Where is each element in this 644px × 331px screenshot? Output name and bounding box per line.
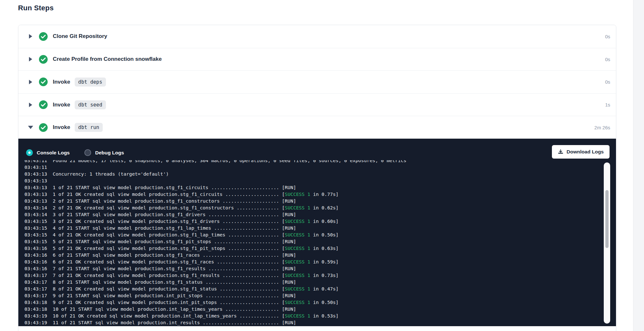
- expand-icon[interactable]: [28, 80, 33, 84]
- log-status-success: SUCCESS 1: [285, 286, 310, 291]
- log-message: Found 21 models, 17 tests, 0 snapshots, …: [47, 160, 406, 163]
- step-command-badge: dbt deps: [75, 78, 106, 87]
- log-status-success: SUCCESS 1: [285, 191, 310, 197]
- console-logs-label[interactable]: Console Logs: [37, 150, 70, 156]
- step-duration: 1s: [605, 102, 610, 107]
- log-scrollbar-thumb[interactable]: [605, 190, 609, 248]
- log-timestamp: 03:43:13: [24, 185, 47, 190]
- log-message: 6 of 21 OK created sql view model produc…: [47, 259, 285, 264]
- log-status-timing: in 0.59s]: [310, 259, 338, 264]
- step-duration: 0s: [605, 79, 610, 85]
- log-timestamp: 03:43:15: [24, 225, 47, 231]
- step-row[interactable]: Clone Git Repository0s: [18, 25, 616, 48]
- log-timestamp: 03:43:13: [24, 178, 47, 183]
- log-timestamp: 03:43:15: [24, 239, 47, 244]
- step-row[interactable]: Invokedbt run2m 26s: [18, 116, 616, 139]
- collapse-icon[interactable]: [28, 126, 33, 129]
- console-log-output[interactable]: 03:43:11 Found 21 models, 17 tests, 0 sn…: [24, 160, 597, 326]
- expand-icon[interactable]: [28, 34, 33, 39]
- log-message: 3 of 21 START sql view model production.…: [47, 212, 296, 217]
- download-logs-button[interactable]: Download Logs: [552, 145, 610, 159]
- log-timestamp: 03:43:17: [24, 293, 47, 298]
- log-status-success: SUCCESS 1: [285, 245, 310, 251]
- step-command-badge: dbt seed: [75, 100, 106, 109]
- log-line: 03:43:14 3 of 21 START sql view model pr…: [24, 211, 597, 218]
- expand-icon[interactable]: [28, 57, 33, 61]
- expand-icon[interactable]: [28, 103, 33, 107]
- success-check-icon: [39, 55, 48, 64]
- download-logs-label: Download Logs: [567, 149, 604, 155]
- log-status-timing: in 0.53s]: [310, 313, 338, 318]
- log-line: 03:43:17 8 of 21 START sql view model pr…: [24, 279, 597, 285]
- step-label: Create Profile from Connection snowflake: [53, 56, 162, 62]
- log-line: 03:43:13 Concurrency: 1 threads (target=…: [24, 170, 597, 177]
- log-message: 6 of 21 START sql view model production.…: [47, 252, 296, 258]
- log-status-timing: in 0.77s]: [310, 191, 338, 197]
- step-row[interactable]: Invokedbt deps0s: [18, 70, 616, 93]
- log-line: 03:43:16 6 of 21 OK created sql view mod…: [24, 258, 597, 265]
- success-check-icon: [39, 32, 48, 41]
- log-message: 8 of 21 OK created sql view model produc…: [47, 286, 285, 291]
- triangle-glyph: [28, 126, 33, 129]
- step-label: Invoke: [53, 102, 70, 108]
- console-logs-radio[interactable]: [26, 149, 33, 156]
- log-message: 8 of 21 START sql view model production.…: [47, 279, 296, 285]
- log-timestamp: 03:43:16: [24, 252, 47, 258]
- triangle-glyph: [29, 57, 32, 61]
- step-label: Invoke: [53, 124, 70, 131]
- log-message: 1 of 21 START sql view model production.…: [47, 185, 296, 190]
- log-status-success: SUCCESS 1: [285, 218, 310, 224]
- log-status-timing: in 0.50s]: [310, 299, 338, 305]
- success-check-icon: [39, 100, 48, 109]
- debug-logs-radio[interactable]: [84, 149, 91, 156]
- log-message: Concurrency: 1 threads (target='default'…: [47, 171, 169, 177]
- download-icon: [558, 149, 564, 155]
- log-timestamp: 03:43:11: [24, 160, 47, 163]
- log-status-timing: in 0.62s]: [310, 205, 338, 210]
- log-line: 03:43:13 1 of 21 OK created sql view mod…: [24, 191, 597, 198]
- log-line: 03:43:14 2 of 21 OK created sql view mod…: [24, 204, 597, 211]
- triangle-glyph: [29, 34, 32, 39]
- log-timestamp: 03:43:15: [24, 232, 47, 237]
- log-message: 7 of 21 OK created sql view model produc…: [47, 272, 285, 278]
- log-panel: Console Logs Debug Logs Download Logs 03…: [18, 139, 616, 326]
- log-message: 4 of 21 START sql view model production.…: [47, 225, 296, 231]
- log-status-timing: in 0.50s]: [310, 232, 338, 237]
- log-message: 11 of 21 START sql view model production…: [47, 320, 296, 325]
- step-row[interactable]: Invokedbt seed1s: [18, 93, 616, 116]
- log-scrollbar-track[interactable]: [604, 162, 610, 324]
- log-line: 03:43:11: [24, 164, 597, 170]
- log-timestamp: 03:43:15: [24, 218, 47, 224]
- log-line: 03:43:18 10 of 21 START sql view model p…: [24, 306, 597, 312]
- log-line: 03:43:18 9 of 21 OK created sql view mod…: [24, 299, 597, 306]
- log-message: 10 of 21 OK created sql view model produ…: [47, 313, 285, 318]
- log-timestamp: 03:43:17: [24, 279, 47, 285]
- log-timestamp: 03:43:19: [24, 313, 47, 318]
- log-timestamp: 03:43:11: [24, 164, 47, 170]
- page: Run Steps Clone Git Repository0sCreate P…: [0, 0, 644, 331]
- log-line: 03:43:13 1 of 21 START sql view model pr…: [24, 184, 597, 191]
- log-status-timing: in 0.60s]: [310, 218, 338, 224]
- log-timestamp: 03:43:18: [24, 306, 47, 312]
- log-line: 03:43:19 10 of 21 OK created sql view mo…: [24, 312, 597, 319]
- triangle-glyph: [29, 80, 32, 84]
- log-status-timing: in 0.73s]: [310, 272, 338, 278]
- log-line: 03:43:16 7 of 21 START sql view model pr…: [24, 265, 597, 272]
- log-message: 3 of 21 OK created sql view model produc…: [47, 218, 285, 224]
- run-steps-list: Clone Git Repository0sCreate Profile fro…: [18, 25, 616, 139]
- log-line: 03:43:16 6 of 21 START sql view model pr…: [24, 252, 597, 258]
- triangle-glyph: [29, 103, 32, 107]
- log-line: 03:43:15 4 of 21 OK created sql view mod…: [24, 231, 597, 238]
- log-timestamp: 03:43:18: [24, 299, 47, 305]
- log-message: 1 of 21 OK created sql view model produc…: [47, 191, 285, 197]
- log-tabs: Console Logs Debug Logs: [26, 149, 139, 156]
- step-duration: 2m 26s: [594, 125, 610, 130]
- log-status-timing: in 0.63s]: [310, 245, 338, 251]
- log-timestamp: 03:43:16: [24, 259, 47, 264]
- log-line: 03:43:15 5 of 21 START sql view model pr…: [24, 238, 597, 245]
- log-status-success: SUCCESS 1: [285, 259, 310, 264]
- debug-logs-label[interactable]: Debug Logs: [95, 150, 124, 156]
- step-row[interactable]: Create Profile from Connection snowflake…: [18, 48, 616, 71]
- log-status-timing: in 0.47s]: [310, 286, 338, 291]
- step-duration: 0s: [605, 57, 610, 62]
